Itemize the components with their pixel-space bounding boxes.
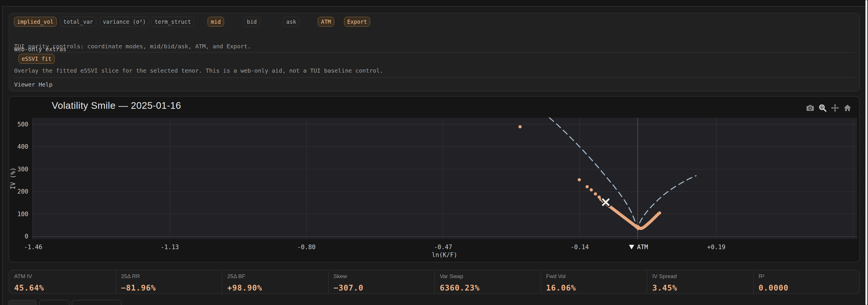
stat-value: +98.90% (227, 283, 328, 292)
plot-area[interactable] (32, 118, 857, 239)
mode-variance-button[interactable]: variance (σ²) (100, 17, 149, 27)
stat-label: R² (759, 273, 860, 280)
svg-text:-0.14: -0.14 (570, 244, 589, 251)
stat-label: ATM IV (14, 273, 116, 280)
mode-implied-vol-button[interactable]: implied_vol (14, 17, 57, 27)
stat-value: 0.0000 (759, 283, 860, 292)
price-ask-button[interactable]: ask (283, 17, 299, 27)
svg-text:ATM: ATM (637, 244, 648, 251)
stat-value: −81.96% (121, 283, 222, 292)
svg-text:+0.19: +0.19 (707, 244, 725, 251)
viewer-help-label[interactable]: Viewer Help (14, 81, 52, 88)
controls-panel: implied_vol total_var variance (σ²) term… (9, 13, 860, 91)
svg-text:-0.47: -0.47 (434, 244, 452, 251)
svg-text:400: 400 (17, 143, 28, 150)
stat-label: IV Spread (652, 273, 753, 280)
mode-total-var-button[interactable]: total_var (60, 17, 96, 27)
stat-25d-bf: 25Δ BF +98.90% (222, 270, 328, 294)
atm-toggle-button[interactable]: ATM (318, 17, 334, 27)
stats-bar: ATM IV 45.64% 25Δ RR −81.96% 25Δ BF +98.… (9, 270, 860, 294)
x-axis-title: ln(K/F) (432, 251, 458, 258)
stat-iv-spread: IV Spread 3.45% (647, 270, 753, 294)
stat-value: −307.0 (334, 283, 435, 292)
stat-fwd-vol: Fwd Vol 16.06% (541, 270, 647, 294)
stat-25d-rr: 25Δ RR −81.96% (116, 270, 222, 294)
stat-skew: Skew −307.0 (328, 270, 435, 294)
page-scrollbar[interactable] (865, 0, 868, 305)
highlight-x-marker[interactable] (602, 199, 609, 205)
stat-atm-iv: ATM IV 45.64% (9, 270, 116, 294)
volatility-smile-chart-card: Volatility Smile — 2025-01-16 (9, 96, 860, 262)
stat-label: Var Swap (440, 273, 541, 280)
stat-label: 25Δ BF (227, 273, 328, 280)
svg-text:100: 100 (17, 211, 28, 218)
stat-label: Skew (334, 273, 435, 280)
divider (14, 52, 855, 53)
scrollbar-thumb[interactable] (865, 0, 867, 305)
svg-text:500: 500 (17, 121, 28, 128)
svg-text:-1.13: -1.13 (161, 244, 179, 251)
stat-value: 16.06% (546, 283, 647, 292)
partial-tab[interactable] (8, 300, 37, 305)
stat-label: 25Δ RR (121, 273, 222, 280)
stat-value: 6360.23% (440, 283, 541, 292)
controls-chip-row: implied_vol total_var variance (σ²) term… (14, 17, 370, 27)
volatility-smile-plot[interactable]: 0100200300400500-1.46-1.13-0.80-0.47-0.1… (9, 96, 859, 262)
stat-value: 3.45% (652, 283, 753, 292)
main-container: implied_vol total_var variance (σ²) term… (2, 6, 866, 305)
y-axis-title: IV (%) (9, 168, 17, 190)
svg-text:-1.46: -1.46 (24, 244, 42, 251)
price-bid-button[interactable]: bid (244, 17, 260, 27)
essvi-fit-button[interactable]: eSSVI fit (19, 54, 55, 64)
essvi-caption: Overlay the fitted eSSVI slice for the s… (14, 67, 383, 74)
divider (14, 77, 855, 78)
svg-text:0: 0 (25, 233, 28, 240)
stat-label: Fwd Vol (546, 273, 647, 280)
svg-text:-0.80: -0.80 (297, 244, 315, 251)
mode-term-struct-button[interactable]: term_struct (152, 17, 194, 27)
atm-axis-label: ATM (629, 244, 648, 251)
stat-r-squared: R² 0.0000 (753, 270, 860, 294)
export-button[interactable]: Export (344, 17, 370, 27)
stat-value: 45.64% (14, 283, 116, 292)
partial-tab[interactable] (39, 300, 69, 305)
svg-text:200: 200 (17, 188, 28, 195)
svg-text:300: 300 (17, 166, 28, 173)
bottom-tabs-row (8, 300, 122, 305)
price-mid-button[interactable]: mid (208, 17, 224, 27)
partial-tab[interactable] (72, 300, 122, 305)
web-only-extras-label: Web-only extras (14, 46, 66, 53)
stat-var-swap: Var Swap 6360.23% (434, 270, 541, 294)
